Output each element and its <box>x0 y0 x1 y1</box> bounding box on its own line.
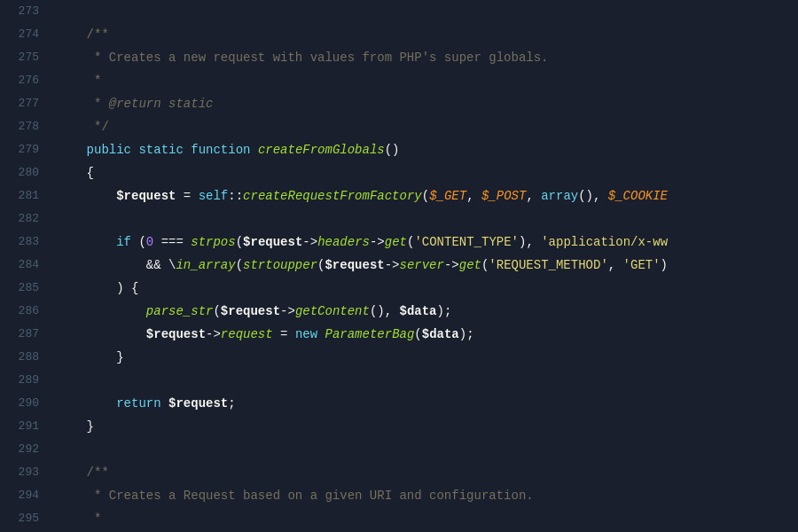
code-editor: 273 274 275 276 277 278 279 280 281 282 … <box>0 0 798 532</box>
code-line-277: * @return static <box>57 92 798 115</box>
code-content: /** * Creates a new request with values … <box>53 0 798 532</box>
code-line-287: $request->request = new ParameterBag($da… <box>57 323 798 346</box>
line-num-287: 287 <box>0 323 39 346</box>
line-num-292: 292 <box>0 438 39 461</box>
code-line-273 <box>57 0 798 23</box>
line-num-280: 280 <box>0 161 39 184</box>
code-line-290: return $request; <box>57 392 798 415</box>
code-line-280: { <box>57 161 798 184</box>
code-line-282 <box>57 207 798 231</box>
line-num-279: 279 <box>0 138 39 161</box>
code-line-278: */ <box>57 115 798 138</box>
line-num-285: 285 <box>0 277 39 300</box>
line-num-282: 282 <box>0 207 39 231</box>
line-num-274: 274 <box>0 23 39 46</box>
code-line-288: } <box>57 346 798 369</box>
line-num-290: 290 <box>0 392 39 415</box>
line-num-276: 276 <box>0 69 39 92</box>
line-num-293: 293 <box>0 461 39 484</box>
line-num-277: 277 <box>0 92 39 115</box>
code-line-275: * Creates a new request with values from… <box>57 46 798 69</box>
line-num-278: 278 <box>0 115 39 138</box>
code-line-295: * <box>57 507 798 530</box>
line-num-286: 286 <box>0 300 39 323</box>
code-line-274: /** <box>57 23 798 46</box>
code-line-281: $request = self::createRequestFromFactor… <box>57 184 798 207</box>
line-num-288: 288 <box>0 346 39 369</box>
line-numbers: 273 274 275 276 277 278 279 280 281 282 … <box>0 0 53 532</box>
code-line-285: ) { <box>57 277 798 300</box>
line-num-295: 295 <box>0 507 39 530</box>
code-line-289 <box>57 369 798 392</box>
line-num-275: 275 <box>0 46 39 69</box>
code-line-284: && \in_array(strtoupper($request->server… <box>57 254 798 277</box>
line-num-281: 281 <box>0 184 39 207</box>
code-line-286: parse_str($request->getContent(), $data)… <box>57 300 798 323</box>
code-line-279: public static function createFromGlobals… <box>57 138 798 161</box>
code-line-293: /** <box>57 461 798 484</box>
line-num-289: 289 <box>0 369 39 392</box>
code-line-294: * Creates a Request based on a given URI… <box>57 484 798 507</box>
line-num-283: 283 <box>0 231 39 254</box>
code-line-291: } <box>57 415 798 438</box>
line-num-273: 273 <box>0 0 39 23</box>
code-line-276: * <box>57 69 798 92</box>
line-num-294: 294 <box>0 484 39 507</box>
code-line-283: if (0 === strpos($request->headers->get(… <box>57 231 798 254</box>
line-num-291: 291 <box>0 415 39 438</box>
code-line-292 <box>57 438 798 461</box>
line-num-284: 284 <box>0 254 39 277</box>
